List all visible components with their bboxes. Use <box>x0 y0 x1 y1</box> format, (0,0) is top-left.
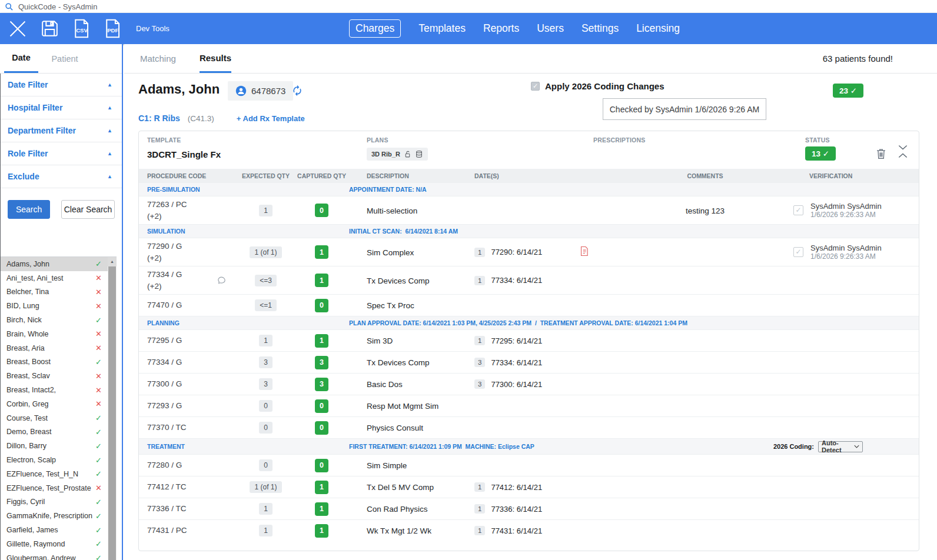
comment-bubble-icon[interactable] <box>217 275 227 285</box>
patient-list-name: Ani_test, Ani_test <box>6 274 64 282</box>
verification-checkbox[interactable]: ✓ <box>793 205 803 215</box>
procedure-row: 77290 / G(+2)1 (of 1)1Sim Complex177290:… <box>139 238 919 266</box>
captured-qty-badge[interactable]: 1 <box>315 481 328 494</box>
dev-tools-label[interactable]: Dev Tools <box>136 24 170 33</box>
export-csv-icon[interactable]: CSV <box>70 18 92 39</box>
tab-results[interactable]: Results <box>200 44 231 73</box>
patient-list-item[interactable]: Corbin, Greg✕ <box>1 397 108 411</box>
patient-list-item[interactable]: Course, Test✓ <box>1 411 108 425</box>
filter-section-date-filter[interactable]: Date Filter▲ <box>1 74 122 96</box>
captured-qty-badge[interactable]: 0 <box>315 399 328 413</box>
prescription-doc-icon[interactable] <box>580 246 589 256</box>
nav-item-settings[interactable]: Settings <box>582 22 619 35</box>
export-pdf-icon[interactable]: PDF <box>101 18 123 39</box>
captured-qty-badge[interactable]: 1 <box>315 245 328 259</box>
patient-list-item[interactable]: Figgis, Cyril✓ <box>1 495 108 509</box>
patient-list-item[interactable]: EZFluence, Test_Prostate✕ <box>1 481 108 495</box>
verified-total-badge: 23 ✓ <box>833 84 863 98</box>
coding-mode-dropdown[interactable]: Auto-Detect <box>818 441 863 452</box>
plan-pill[interactable]: 3D Rib_R <box>367 148 428 161</box>
patient-list-item[interactable]: Adams, John✓ <box>1 257 108 271</box>
captured-qty-badge[interactable]: 3 <box>315 378 328 391</box>
date-count-badge: 1 <box>474 248 485 257</box>
x-icon: ✕ <box>95 386 102 395</box>
captured-qty-badge[interactable]: 0 <box>315 459 328 472</box>
procedure-code: 77370 / TC <box>147 422 187 434</box>
patient-list-item[interactable]: Garfield, James✓ <box>1 523 108 537</box>
nav-item-users[interactable]: Users <box>537 22 564 35</box>
scrollbar-thumb[interactable] <box>108 266 116 560</box>
scroll-up-icon[interactable]: ▲ <box>108 257 117 266</box>
captured-qty-badge[interactable]: 1 <box>315 334 328 348</box>
filter-list: Date Filter▲Hospital Filter▲Department F… <box>1 74 122 188</box>
delete-template-icon[interactable] <box>875 146 888 163</box>
nav-item-charges[interactable]: Charges <box>349 19 401 38</box>
filter-section-exclude[interactable]: Exclude▲ <box>1 165 122 188</box>
filter-section-department-filter[interactable]: Department Filter▲ <box>1 119 122 142</box>
patient-list-item[interactable]: Breast, Sclav✕ <box>1 369 108 383</box>
chevron-up-icon[interactable] <box>898 153 908 158</box>
patient-list-item[interactable]: Breast, Boost✓ <box>1 355 108 369</box>
patient-list-item[interactable]: BID, Lung✕ <box>1 299 108 313</box>
patient-list-item[interactable]: Breast, Aria✕ <box>1 341 108 355</box>
patient-list-item[interactable]: Glouberman, Andrew✓ <box>1 551 108 560</box>
refresh-icon[interactable] <box>291 85 303 99</box>
date-text: 77412: 6/14/21 <box>491 483 542 492</box>
chevron-down-icon[interactable] <box>898 145 908 150</box>
check-icon: ✓ <box>95 554 102 560</box>
patient-list-item[interactable]: Birch, Nick✓ <box>1 313 108 327</box>
patient-list-item[interactable]: Dillon, Barry✓ <box>1 439 108 453</box>
patient-list-item[interactable]: EZFluence, Test_H_N✓ <box>1 467 108 481</box>
captured-qty-badge[interactable]: 1 <box>315 524 328 538</box>
verification-checkbox[interactable]: ✓ <box>793 247 803 257</box>
coding-mode-value: Auto-Detect <box>822 439 854 454</box>
tab-matching[interactable]: Matching <box>140 44 176 73</box>
column-header-comments: COMMENTS <box>649 172 761 179</box>
tab-patient[interactable]: Patient <box>38 44 91 73</box>
procedure-code: 77334 / G <box>147 356 182 368</box>
filter-section-role-filter[interactable]: Role Filter▲ <box>1 142 122 165</box>
apply-coding-checkbox[interactable]: ✓ <box>531 82 540 91</box>
patients-found-text: 63 patients found! <box>823 54 937 64</box>
main-panel: Matching Results 63 patients found! Adam… <box>124 44 937 560</box>
nav-item-templates[interactable]: Templates <box>418 22 466 35</box>
procedure-description: Tx Devices Comp <box>367 358 430 367</box>
filter-section-hospital-filter[interactable]: Hospital Filter▲ <box>1 96 122 119</box>
captured-qty-badge[interactable]: 1 <box>315 502 328 516</box>
save-icon[interactable] <box>39 18 61 39</box>
procedure-description: Multi-selection <box>367 206 417 215</box>
patient-list-name: Birch, Nick <box>6 316 42 324</box>
patient-list-scrollbar[interactable]: ▲ <box>108 257 117 560</box>
close-icon[interactable] <box>6 17 29 41</box>
search-button[interactable]: Search <box>8 200 50 219</box>
captured-qty-badge[interactable]: 0 <box>315 421 328 435</box>
nav-item-licensing[interactable]: Licensing <box>636 22 680 35</box>
top-nav: ChargesTemplatesReportsUsersSettingsLice… <box>349 13 680 44</box>
patient-list-item[interactable]: Belcher, Tina✕ <box>1 285 108 299</box>
collapse-arrow-icon: ▲ <box>107 151 112 156</box>
captured-qty-badge[interactable]: 3 <box>315 356 328 369</box>
patient-list-item[interactable]: Demo, Breast✓ <box>1 425 108 439</box>
add-rx-template-button[interactable]: + Add Rx Template <box>237 114 305 123</box>
course-link[interactable]: C1: R Ribs <box>138 114 180 123</box>
patient-list-item[interactable]: GammaKnife, Prescription✓ <box>1 509 108 523</box>
captured-qty-badge[interactable]: 1 <box>315 274 328 287</box>
procedure-code: 77470 / G <box>147 299 182 311</box>
expected-qty-badge: 0 <box>259 422 273 434</box>
patient-list-item[interactable]: Electron, Scalp✓ <box>1 453 108 467</box>
patient-list-item[interactable]: Brain, Whole✕ <box>1 327 108 341</box>
check-icon: ✓ <box>95 428 102 436</box>
procedure-description: Resp Mot Mgmt Sim <box>367 402 438 411</box>
patient-list-item[interactable]: Gillette, Raymond✓ <box>1 537 108 551</box>
nav-item-reports[interactable]: Reports <box>483 22 519 35</box>
patient-list-name: Garfield, James <box>6 526 58 534</box>
expected-qty-badge: 3 <box>259 378 273 390</box>
captured-qty-badge[interactable]: 0 <box>315 299 328 312</box>
diagnosis-code: (C41.3) <box>188 114 214 123</box>
app-search-icon <box>5 2 14 11</box>
patient-list-item[interactable]: Breast, Intact2,✕ <box>1 383 108 397</box>
captured-qty-badge[interactable]: 0 <box>315 204 328 217</box>
clear-search-button[interactable]: Clear Search <box>61 200 115 219</box>
tab-date[interactable]: Date <box>4 44 38 73</box>
patient-list-item[interactable]: Ani_test, Ani_test✕ <box>1 271 108 285</box>
